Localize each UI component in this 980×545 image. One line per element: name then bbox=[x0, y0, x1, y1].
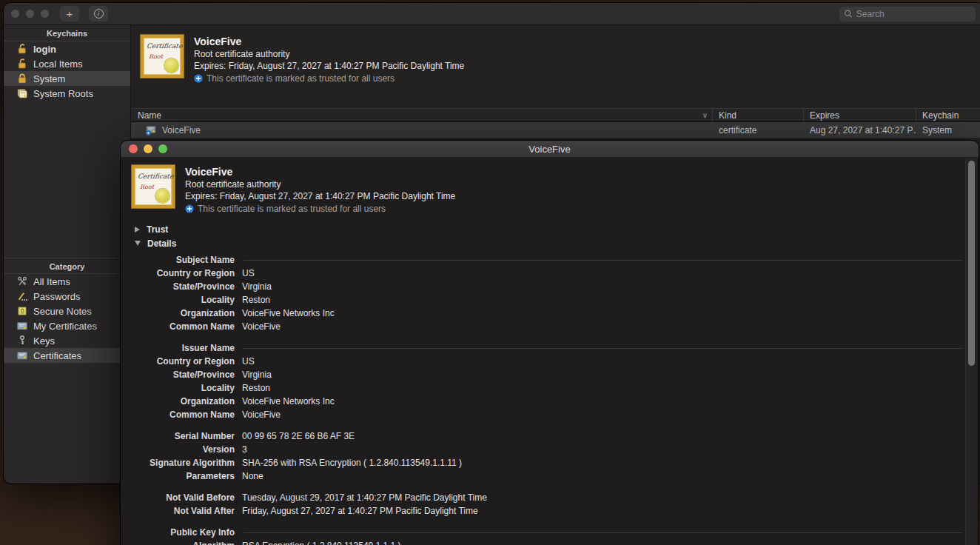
detail-body: Certificate Root VoiceFive Root certific… bbox=[121, 158, 979, 545]
sidebar-item-label: Passwords bbox=[33, 291, 81, 302]
certificate-summary: Certificate Root VoiceFive Root certific… bbox=[132, 165, 979, 215]
certificate-icon-root: Root bbox=[140, 184, 154, 190]
public-key-info-section: Public Key Info AlgorithmRSA Encryption … bbox=[132, 526, 962, 545]
field-value: US bbox=[242, 356, 255, 367]
field-label: Locality bbox=[132, 383, 235, 393]
sidebar-item-my-certificates[interactable]: My Certificates bbox=[4, 318, 130, 333]
certificate-badge-icon bbox=[145, 124, 157, 136]
close-button[interactable] bbox=[129, 144, 138, 153]
sidebar-item-label: Secure Notes bbox=[33, 306, 92, 317]
section-rule bbox=[244, 532, 962, 533]
column-header-keychain[interactable]: Keychain bbox=[916, 109, 980, 121]
field-label: Common Name bbox=[132, 409, 235, 420]
trusted-plus-icon bbox=[185, 204, 194, 213]
trust-label: Trust bbox=[147, 224, 168, 235]
certificate-icon-word: Certificate bbox=[146, 42, 182, 50]
certificate-stack-icon bbox=[16, 87, 28, 99]
field-value: VoiceFive bbox=[242, 409, 281, 420]
certificate-card-icon bbox=[16, 320, 28, 332]
close-button-inactive[interactable] bbox=[11, 10, 19, 18]
column-header-kind[interactable]: Kind bbox=[712, 109, 803, 121]
column-header-expires[interactable]: Expires bbox=[803, 109, 916, 121]
unlocked-keychain-icon bbox=[16, 43, 28, 55]
sidebar-item-all-items[interactable]: All Items bbox=[4, 274, 130, 289]
certificate-seal-icon bbox=[164, 58, 178, 73]
field-value: VoiceFive bbox=[242, 321, 281, 332]
field-value: VoiceFive Networks Inc bbox=[242, 308, 335, 318]
certificate-detail-window: VoiceFive Certificate Root VoiceFive Roo… bbox=[121, 141, 979, 545]
sidebar-item-system[interactable]: System bbox=[4, 71, 130, 86]
certificate-expires: Expires: Friday, August 27, 2027 at 1:40… bbox=[185, 190, 455, 202]
field-label: Serial Number bbox=[132, 431, 235, 441]
field-label: Not Valid After bbox=[132, 506, 235, 516]
subject-name-section: Subject Name Country or RegionUS State/P… bbox=[132, 253, 962, 333]
sidebar-item-login[interactable]: login bbox=[4, 41, 130, 56]
sidebar-item-certificates[interactable]: Certificates bbox=[4, 348, 130, 363]
field-label: Signature Algorithm bbox=[132, 458, 235, 468]
scrollbar-thumb[interactable] bbox=[968, 161, 975, 366]
field-value: RSA Encryption ( 1.2.840.113549.1.1.1 ) bbox=[242, 541, 401, 545]
minimize-button-inactive[interactable] bbox=[26, 10, 34, 18]
section-title: Issuer Name bbox=[132, 343, 235, 353]
scrollbar-track[interactable] bbox=[965, 158, 977, 545]
sidebar-item-passwords[interactable]: Passwords bbox=[4, 289, 130, 304]
details-disclosure[interactable]: Details bbox=[132, 236, 979, 250]
field-value: 3 bbox=[242, 444, 247, 455]
field-label: Version bbox=[132, 444, 235, 455]
details-label: Details bbox=[147, 238, 176, 249]
sidebar-item-system-roots[interactable]: System Roots bbox=[4, 86, 130, 101]
detail-titlebar[interactable]: VoiceFive bbox=[121, 141, 979, 158]
zoom-button[interactable] bbox=[158, 144, 167, 153]
search-field[interactable] bbox=[839, 7, 976, 21]
toolbar: + i bbox=[4, 3, 980, 25]
field-label: Organization bbox=[132, 308, 235, 318]
field-value: Reston bbox=[242, 295, 270, 305]
certificate-summary: Certificate Root VoiceFive Root certific… bbox=[131, 25, 980, 84]
row-name: VoiceFive bbox=[162, 125, 201, 136]
info-button[interactable]: i bbox=[89, 6, 108, 21]
section-title: Subject Name bbox=[132, 255, 235, 265]
table-header: Name ∨ Kind Expires Keychain bbox=[131, 108, 980, 122]
field-label: State/Province bbox=[132, 281, 235, 292]
sidebar-item-label: login bbox=[33, 44, 56, 55]
sidebar-item-secure-notes[interactable]: Secure Notes bbox=[4, 304, 130, 318]
field-value: None bbox=[242, 471, 264, 481]
field-value: SHA-256 with RSA Encryption ( 1.2.840.11… bbox=[242, 458, 462, 468]
search-input[interactable] bbox=[856, 9, 971, 19]
secure-note-icon bbox=[16, 305, 28, 317]
field-label: Parameters bbox=[132, 471, 235, 481]
validity-section: Not Valid BeforeTuesday, August 29, 2017… bbox=[132, 491, 962, 518]
certificate-name: VoiceFive bbox=[185, 166, 455, 178]
field-label: Common Name bbox=[132, 321, 235, 332]
minimize-button[interactable] bbox=[144, 144, 152, 153]
crossed-keys-icon bbox=[16, 275, 28, 287]
key-icon bbox=[16, 335, 28, 347]
field-value: Virginia bbox=[242, 370, 272, 380]
trusted-plus-icon bbox=[194, 74, 203, 83]
row-keychain: System bbox=[916, 122, 980, 138]
sidebar-item-local-items[interactable]: Local Items bbox=[4, 56, 130, 71]
table-row-voicefive[interactable]: VoiceFive certificate Aug 27, 2027 at 1:… bbox=[131, 122, 980, 138]
field-value: 00 99 65 78 2E 66 B6 AF 3E bbox=[242, 431, 355, 441]
category-header: Category bbox=[4, 258, 130, 274]
field-label: Country or Region bbox=[132, 268, 235, 278]
column-header-name[interactable]: Name ∨ bbox=[131, 109, 712, 121]
add-item-button[interactable]: + bbox=[60, 6, 79, 21]
field-value: US bbox=[242, 268, 255, 278]
field-label: Locality bbox=[132, 295, 235, 305]
field-label: Algorithm bbox=[132, 541, 235, 545]
field-value: Reston bbox=[242, 383, 270, 393]
certificate-icon: Certificate Root bbox=[132, 165, 175, 208]
certificate-icon-root: Root bbox=[149, 53, 163, 60]
sidebar-spacer bbox=[4, 101, 130, 258]
certificate-table: Name ∨ Kind Expires Keychain VoiceFive c… bbox=[131, 108, 980, 138]
section-title: Public Key Info bbox=[132, 527, 235, 538]
zoom-button-inactive[interactable] bbox=[41, 10, 49, 18]
sidebar-item-keys[interactable]: Keys bbox=[4, 333, 130, 348]
detail-window-title: VoiceFive bbox=[121, 144, 979, 155]
field-label: Country or Region bbox=[132, 356, 235, 367]
trust-disclosure[interactable]: Trust bbox=[132, 222, 979, 236]
field-value: VoiceFive Networks Inc bbox=[242, 396, 335, 407]
certificate-trusted-note: This certificate is marked as trusted fo… bbox=[207, 73, 395, 84]
certificate-name: VoiceFive bbox=[194, 36, 464, 48]
